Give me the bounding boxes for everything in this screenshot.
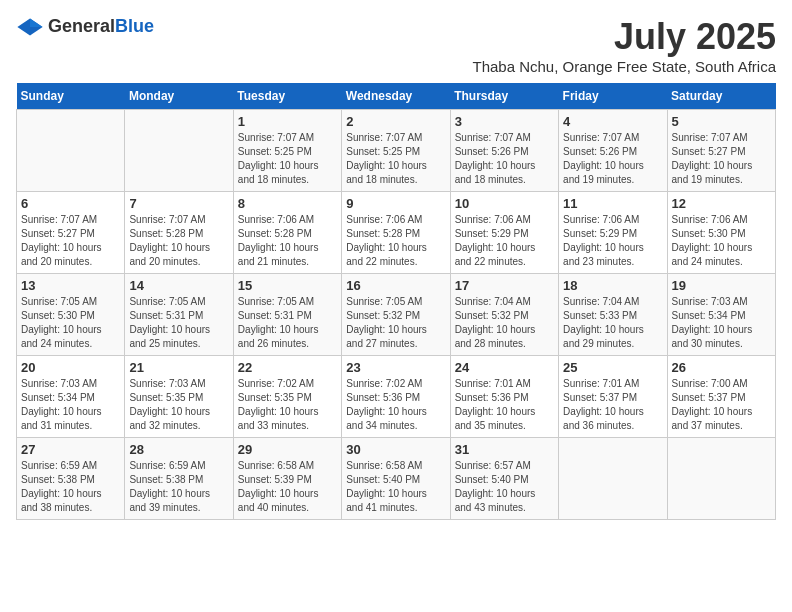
calendar-cell: 4Sunrise: 7:07 AM Sunset: 5:26 PM Daylig… [559,110,667,192]
calendar-cell: 16Sunrise: 7:05 AM Sunset: 5:32 PM Dayli… [342,274,450,356]
day-of-week-header: Tuesday [233,83,341,110]
day-number: 22 [238,360,337,375]
day-detail: Sunrise: 6:57 AM Sunset: 5:40 PM Dayligh… [455,459,554,515]
day-number: 2 [346,114,445,129]
calendar-table: SundayMondayTuesdayWednesdayThursdayFrid… [16,83,776,520]
calendar-cell [17,110,125,192]
day-number: 16 [346,278,445,293]
day-number: 11 [563,196,662,211]
calendar-cell: 22Sunrise: 7:02 AM Sunset: 5:35 PM Dayli… [233,356,341,438]
day-detail: Sunrise: 7:01 AM Sunset: 5:37 PM Dayligh… [563,377,662,433]
day-of-week-header: Sunday [17,83,125,110]
day-number: 14 [129,278,228,293]
day-detail: Sunrise: 7:03 AM Sunset: 5:34 PM Dayligh… [21,377,120,433]
day-detail: Sunrise: 7:05 AM Sunset: 5:31 PM Dayligh… [129,295,228,351]
day-number: 19 [672,278,771,293]
day-detail: Sunrise: 7:05 AM Sunset: 5:32 PM Dayligh… [346,295,445,351]
day-number: 21 [129,360,228,375]
day-of-week-header: Monday [125,83,233,110]
day-detail: Sunrise: 7:06 AM Sunset: 5:28 PM Dayligh… [346,213,445,269]
calendar-cell: 28Sunrise: 6:59 AM Sunset: 5:38 PM Dayli… [125,438,233,520]
calendar-cell: 18Sunrise: 7:04 AM Sunset: 5:33 PM Dayli… [559,274,667,356]
day-number: 27 [21,442,120,457]
calendar-cell: 8Sunrise: 7:06 AM Sunset: 5:28 PM Daylig… [233,192,341,274]
calendar-cell: 6Sunrise: 7:07 AM Sunset: 5:27 PM Daylig… [17,192,125,274]
day-number: 4 [563,114,662,129]
day-number: 15 [238,278,337,293]
day-detail: Sunrise: 7:06 AM Sunset: 5:30 PM Dayligh… [672,213,771,269]
day-detail: Sunrise: 7:07 AM Sunset: 5:28 PM Dayligh… [129,213,228,269]
calendar-cell: 23Sunrise: 7:02 AM Sunset: 5:36 PM Dayli… [342,356,450,438]
day-detail: Sunrise: 7:07 AM Sunset: 5:25 PM Dayligh… [238,131,337,187]
day-detail: Sunrise: 7:07 AM Sunset: 5:25 PM Dayligh… [346,131,445,187]
day-detail: Sunrise: 7:05 AM Sunset: 5:31 PM Dayligh… [238,295,337,351]
days-of-week-row: SundayMondayTuesdayWednesdayThursdayFrid… [17,83,776,110]
main-title: July 2025 [472,16,776,58]
calendar-cell: 31Sunrise: 6:57 AM Sunset: 5:40 PM Dayli… [450,438,558,520]
day-number: 1 [238,114,337,129]
day-detail: Sunrise: 6:58 AM Sunset: 5:40 PM Dayligh… [346,459,445,515]
calendar-cell [667,438,775,520]
subtitle: Thaba Nchu, Orange Free State, South Afr… [472,58,776,75]
day-detail: Sunrise: 7:06 AM Sunset: 5:28 PM Dayligh… [238,213,337,269]
day-detail: Sunrise: 7:04 AM Sunset: 5:33 PM Dayligh… [563,295,662,351]
calendar-cell: 30Sunrise: 6:58 AM Sunset: 5:40 PM Dayli… [342,438,450,520]
day-of-week-header: Thursday [450,83,558,110]
day-number: 10 [455,196,554,211]
calendar-cell: 27Sunrise: 6:59 AM Sunset: 5:38 PM Dayli… [17,438,125,520]
day-detail: Sunrise: 7:03 AM Sunset: 5:35 PM Dayligh… [129,377,228,433]
day-number: 28 [129,442,228,457]
calendar-cell: 17Sunrise: 7:04 AM Sunset: 5:32 PM Dayli… [450,274,558,356]
calendar-cell: 24Sunrise: 7:01 AM Sunset: 5:36 PM Dayli… [450,356,558,438]
calendar-week-row: 13Sunrise: 7:05 AM Sunset: 5:30 PM Dayli… [17,274,776,356]
day-number: 23 [346,360,445,375]
day-detail: Sunrise: 7:07 AM Sunset: 5:27 PM Dayligh… [21,213,120,269]
day-detail: Sunrise: 7:02 AM Sunset: 5:36 PM Dayligh… [346,377,445,433]
calendar-cell: 29Sunrise: 6:58 AM Sunset: 5:39 PM Dayli… [233,438,341,520]
calendar-cell: 26Sunrise: 7:00 AM Sunset: 5:37 PM Dayli… [667,356,775,438]
logo-icon [16,17,44,37]
day-detail: Sunrise: 7:04 AM Sunset: 5:32 PM Dayligh… [455,295,554,351]
calendar-cell: 1Sunrise: 7:07 AM Sunset: 5:25 PM Daylig… [233,110,341,192]
logo: GeneralBlue [16,16,154,37]
logo-blue: Blue [115,16,154,36]
calendar-cell: 25Sunrise: 7:01 AM Sunset: 5:37 PM Dayli… [559,356,667,438]
day-number: 24 [455,360,554,375]
day-number: 12 [672,196,771,211]
calendar-header: SundayMondayTuesdayWednesdayThursdayFrid… [17,83,776,110]
day-detail: Sunrise: 6:59 AM Sunset: 5:38 PM Dayligh… [21,459,120,515]
day-detail: Sunrise: 6:59 AM Sunset: 5:38 PM Dayligh… [129,459,228,515]
day-number: 25 [563,360,662,375]
day-detail: Sunrise: 7:07 AM Sunset: 5:26 PM Dayligh… [455,131,554,187]
logo-text: GeneralBlue [48,16,154,37]
header: GeneralBlue July 2025 Thaba Nchu, Orange… [16,16,776,75]
calendar-week-row: 20Sunrise: 7:03 AM Sunset: 5:34 PM Dayli… [17,356,776,438]
day-of-week-header: Saturday [667,83,775,110]
calendar-cell: 12Sunrise: 7:06 AM Sunset: 5:30 PM Dayli… [667,192,775,274]
day-number: 5 [672,114,771,129]
calendar-cell: 19Sunrise: 7:03 AM Sunset: 5:34 PM Dayli… [667,274,775,356]
calendar-cell: 3Sunrise: 7:07 AM Sunset: 5:26 PM Daylig… [450,110,558,192]
calendar-cell: 20Sunrise: 7:03 AM Sunset: 5:34 PM Dayli… [17,356,125,438]
day-detail: Sunrise: 7:01 AM Sunset: 5:36 PM Dayligh… [455,377,554,433]
day-number: 9 [346,196,445,211]
day-number: 20 [21,360,120,375]
day-number: 3 [455,114,554,129]
calendar-body: 1Sunrise: 7:07 AM Sunset: 5:25 PM Daylig… [17,110,776,520]
day-of-week-header: Wednesday [342,83,450,110]
calendar-week-row: 1Sunrise: 7:07 AM Sunset: 5:25 PM Daylig… [17,110,776,192]
calendar-cell: 5Sunrise: 7:07 AM Sunset: 5:27 PM Daylig… [667,110,775,192]
calendar-cell [559,438,667,520]
day-detail: Sunrise: 7:07 AM Sunset: 5:27 PM Dayligh… [672,131,771,187]
day-detail: Sunrise: 7:06 AM Sunset: 5:29 PM Dayligh… [563,213,662,269]
day-number: 29 [238,442,337,457]
svg-marker-1 [30,18,43,26]
title-area: July 2025 Thaba Nchu, Orange Free State,… [472,16,776,75]
calendar-cell: 21Sunrise: 7:03 AM Sunset: 5:35 PM Dayli… [125,356,233,438]
day-number: 6 [21,196,120,211]
day-number: 17 [455,278,554,293]
calendar-cell: 7Sunrise: 7:07 AM Sunset: 5:28 PM Daylig… [125,192,233,274]
day-number: 30 [346,442,445,457]
day-detail: Sunrise: 7:02 AM Sunset: 5:35 PM Dayligh… [238,377,337,433]
day-detail: Sunrise: 7:05 AM Sunset: 5:30 PM Dayligh… [21,295,120,351]
